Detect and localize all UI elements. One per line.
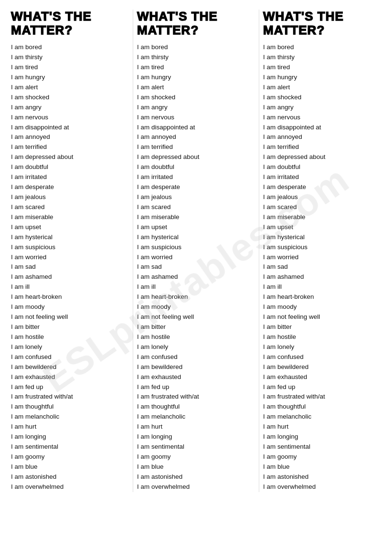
list-item: I am irritated [263, 172, 381, 182]
list-item: I am irritated [137, 172, 255, 182]
page: WHAT'S THE MATTER?I am boredI am thirsty… [7, 10, 385, 492]
list-item: I am terrified [137, 142, 255, 152]
list-item: I am hungry [137, 73, 255, 83]
list-item: I am bewildered [11, 362, 129, 372]
list-item: I am thoughtful [263, 402, 381, 412]
list-item: I am thirsty [263, 53, 381, 63]
list-item: I am hysterical [11, 232, 129, 242]
list-item: I am miserable [263, 212, 381, 222]
list-item: I am not feeling well [263, 312, 381, 322]
list-item: I am sad [137, 262, 255, 272]
list-item: I am not feeling well [11, 312, 129, 322]
list-item: I am heart-broken [137, 292, 255, 302]
list-item: I am bored [137, 42, 255, 53]
column-3: WHAT'S THE MATTER?I am boredI am thirsty… [259, 10, 385, 492]
list-item: I am miserable [137, 212, 255, 222]
list-item: I am tired [137, 63, 255, 73]
list-item: I am nervous [137, 113, 255, 123]
list-item: I am worried [137, 253, 255, 263]
title-1: WHAT'S THE MATTER? [11, 10, 129, 37]
list-item: I am melancholic [137, 412, 255, 422]
list-item: I am desperate [11, 182, 129, 192]
list-item: I am terrified [11, 142, 129, 152]
list-item: I am nervous [11, 113, 129, 123]
list-item: I am bewildered [263, 362, 381, 372]
list-item: I am thirsty [11, 53, 129, 63]
list-item: I am worried [11, 253, 129, 263]
list-item: I am sad [263, 262, 381, 272]
list-item: I am moody [11, 302, 129, 312]
columns-container: WHAT'S THE MATTER?I am boredI am thirsty… [7, 10, 385, 492]
list-item: I am suspicious [11, 242, 129, 253]
column-1: WHAT'S THE MATTER?I am boredI am thirsty… [7, 10, 133, 492]
list-item: I am thoughtful [137, 402, 255, 412]
list-item: I am bitter [137, 322, 255, 332]
list-item: I am goomy [137, 452, 255, 462]
list-item: I am disappointed at [263, 123, 381, 133]
list-item: I am confused [263, 352, 381, 362]
list-item: I am bored [11, 42, 129, 53]
list-item: I am suspicious [263, 242, 381, 253]
list-item: I am longing [11, 432, 129, 442]
list-item: I am melancholic [263, 412, 381, 422]
list-item: I am depressed about [11, 152, 129, 162]
list-item: I am sentimental [137, 442, 255, 452]
list-item: I am heart-broken [11, 292, 129, 302]
list-item: I am suspicious [137, 242, 255, 253]
list-item: I am annoyed [137, 132, 255, 142]
list-item: I am goomy [11, 452, 129, 462]
list-item: I am exhausted [263, 372, 381, 382]
list-item: I am doubtful [137, 162, 255, 172]
list-item: I am blue [137, 462, 255, 472]
list-item: I am sad [11, 262, 129, 272]
list-item: I am ill [137, 282, 255, 292]
list-item: I am fed up [137, 382, 255, 392]
list-item: I am bitter [263, 322, 381, 332]
list-item: I am hungry [11, 73, 129, 83]
list-item: I am moody [137, 302, 255, 312]
list-item: I am sentimental [263, 442, 381, 452]
list-item: I am doubtful [11, 162, 129, 172]
list-item: I am tired [11, 63, 129, 73]
list-item: I am longing [137, 432, 255, 442]
list-item: I am desperate [137, 182, 255, 192]
list-item: I am alert [263, 83, 381, 93]
list-item: I am overwhelmed [263, 482, 381, 492]
list-item: I am disappointed at [137, 123, 255, 133]
list-item: I am confused [11, 352, 129, 362]
list-item: I am overwhelmed [11, 482, 129, 492]
list-item: I am fed up [263, 382, 381, 392]
list-item: I am not feeling well [137, 312, 255, 322]
list-item: I am bitter [11, 322, 129, 332]
list-item: I am annoyed [263, 132, 381, 142]
list-item: I am jealous [137, 192, 255, 202]
list-item: I am overwhelmed [137, 482, 255, 492]
list-item: I am miserable [11, 212, 129, 222]
list-item: I am alert [11, 83, 129, 93]
list-item: I am fed up [11, 382, 129, 392]
list-item: I am blue [11, 462, 129, 472]
list-item: I am frustrated with/at [11, 392, 129, 402]
list-item: I am hungry [263, 73, 381, 83]
list-item: I am thoughtful [11, 402, 129, 412]
list-item: I am hostile [263, 332, 381, 342]
list-item: I am heart-broken [263, 292, 381, 302]
list-item: I am bored [263, 42, 381, 53]
list-item: I am exhausted [11, 372, 129, 382]
list-item: I am upset [263, 222, 381, 232]
list-item: I am depressed about [263, 152, 381, 162]
list-item: I am scared [263, 202, 381, 212]
list-item: I am shocked [263, 93, 381, 103]
list-item: I am exhausted [137, 372, 255, 382]
list-item: I am nervous [263, 113, 381, 123]
list-item: I am angry [11, 103, 129, 113]
list-item: I am melancholic [11, 412, 129, 422]
list-item: I am hurt [137, 422, 255, 432]
list-item: I am hostile [137, 332, 255, 342]
list-item: I am desperate [263, 182, 381, 192]
list-item: I am scared [11, 202, 129, 212]
list-item: I am astonished [137, 472, 255, 482]
phrase-list-1: I am boredI am thirstyI am tiredI am hun… [11, 42, 129, 492]
list-item: I am upset [137, 222, 255, 232]
list-item: I am bewildered [137, 362, 255, 372]
